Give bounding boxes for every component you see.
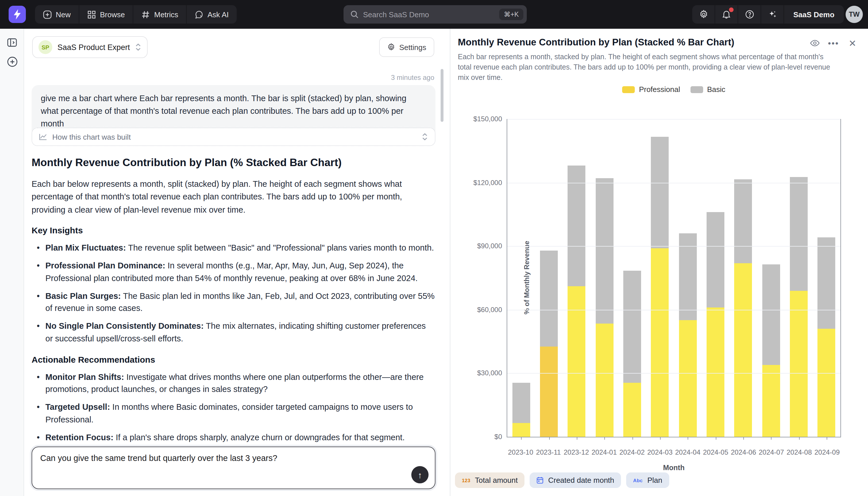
- app-logo[interactable]: [9, 6, 26, 23]
- chip-label: Created date month: [548, 476, 614, 484]
- global-search-input[interactable]: Search SaaS Demo ⌘+K: [343, 5, 527, 24]
- segment-professional[interactable]: [651, 248, 669, 437]
- more-options-button[interactable]: •••: [827, 37, 840, 49]
- bar-2024-09[interactable]: [813, 119, 840, 437]
- segment-professional[interactable]: [679, 320, 696, 437]
- chip-total-amount[interactable]: 123 Total amount: [455, 472, 525, 488]
- top-navbar: New Browse Metrics Ask AI Search SaaS De…: [0, 0, 868, 29]
- y-tick-label: $60,000: [456, 306, 502, 314]
- segment-basic[interactable]: [540, 250, 558, 346]
- ai-sparkles-button[interactable]: [761, 5, 784, 24]
- text-field-icon: Abc: [633, 477, 643, 483]
- number-field-icon: 123: [462, 477, 470, 483]
- x-tick-label: 2024-08: [785, 448, 813, 456]
- x-tick: [660, 437, 661, 440]
- segment-basic[interactable]: [818, 238, 836, 329]
- navbar-right-group: SaaS Demo: [692, 5, 843, 24]
- segment-professional[interactable]: [790, 291, 808, 437]
- lightning-bolt-icon: [13, 9, 22, 19]
- x-tick: [826, 437, 827, 440]
- message-input[interactable]: Can you give the same trend but quarterl…: [32, 447, 435, 489]
- segment-basic[interactable]: [568, 166, 586, 286]
- agent-selector[interactable]: SP SaaS Product Expert: [32, 36, 148, 58]
- x-tick-label: 2024-04: [674, 448, 702, 456]
- how-chart-built-toggle[interactable]: How this chart was built: [32, 128, 435, 146]
- x-tick: [799, 437, 799, 440]
- segment-basic[interactable]: [595, 178, 613, 323]
- chip-created-date-month[interactable]: Created date month: [530, 472, 621, 488]
- message-input-value: Can you give the same trend but quarterl…: [40, 453, 427, 463]
- bar-2024-06[interactable]: [729, 119, 757, 437]
- browse-button[interactable]: Browse: [79, 5, 133, 24]
- list-item: Targeted Upsell: In months where Basic d…: [32, 401, 435, 426]
- bar-2024-08[interactable]: [785, 119, 813, 437]
- metrics-button[interactable]: Metrics: [133, 5, 187, 24]
- legend-swatch: [691, 86, 703, 93]
- chart-description: Each bar represents a month, stacked by …: [458, 52, 831, 83]
- x-tick: [743, 437, 744, 440]
- notifications-button[interactable]: [715, 5, 738, 24]
- bar-2024-05[interactable]: [702, 119, 729, 437]
- segment-professional[interactable]: [595, 324, 613, 437]
- segment-professional[interactable]: [512, 423, 530, 437]
- segment-professional[interactable]: [735, 263, 752, 437]
- chat-sparkle-icon: [195, 10, 204, 19]
- help-button[interactable]: [738, 5, 761, 24]
- chip-label: Total amount: [475, 476, 518, 484]
- legend-item-professional[interactable]: Professional: [623, 85, 680, 94]
- insights-heading: Key Insights: [32, 226, 435, 235]
- segment-basic[interactable]: [735, 179, 752, 263]
- send-button[interactable]: ↑: [411, 466, 429, 483]
- chat-scrollbar[interactable]: [440, 69, 444, 122]
- workspace-name: SaaS Demo: [793, 10, 834, 19]
- segment-basic[interactable]: [623, 270, 641, 383]
- insights-list: Plan Mix Fluctuates: The revenue split b…: [32, 242, 435, 345]
- settings-gear-button[interactable]: [692, 5, 715, 24]
- x-tick-label: 2023-10: [507, 448, 534, 456]
- bar-2024-07[interactable]: [757, 119, 785, 437]
- list-item: Monitor Plan Shifts: Investigate what dr…: [32, 371, 435, 396]
- segment-basic[interactable]: [790, 177, 808, 291]
- bar-2023-10[interactable]: [507, 119, 535, 437]
- segment-basic[interactable]: [651, 137, 669, 248]
- workspace-button[interactable]: SaaS Demo: [784, 5, 843, 24]
- ask-ai-button[interactable]: Ask AI: [187, 5, 237, 24]
- segment-professional[interactable]: [623, 383, 641, 437]
- bar-2024-01[interactable]: [591, 119, 618, 437]
- agent-settings-button[interactable]: Settings: [379, 37, 434, 57]
- bar-2023-11[interactable]: [535, 119, 563, 437]
- segment-basic[interactable]: [707, 212, 724, 308]
- segment-professional[interactable]: [762, 365, 780, 437]
- segment-basic[interactable]: [762, 264, 780, 365]
- chart-legend: ProfessionalBasic: [507, 85, 841, 94]
- user-avatar[interactable]: TW: [846, 6, 863, 23]
- expand-sidebar-button[interactable]: [5, 36, 19, 49]
- segment-professional[interactable]: [540, 347, 558, 437]
- sparkles-icon: [768, 10, 777, 19]
- y-tick-label: $90,000: [456, 242, 502, 250]
- close-button[interactable]: ✕: [846, 37, 859, 49]
- segment-professional[interactable]: [568, 286, 586, 437]
- y-tick-label: $120,000: [456, 179, 502, 186]
- chart-panel: Monthly Revenue Contribution by Plan (St…: [450, 29, 868, 496]
- chip-plan[interactable]: Abc Plan: [626, 472, 669, 488]
- y-tick-label: $0: [456, 433, 502, 441]
- bar-2024-04[interactable]: [674, 119, 702, 437]
- preview-eye-button[interactable]: [808, 37, 821, 49]
- segment-professional[interactable]: [707, 308, 724, 437]
- list-item: Basic Plan Surges: The Basic plan led in…: [32, 290, 435, 315]
- new-thread-button[interactable]: [5, 55, 19, 68]
- x-tick: [521, 437, 521, 440]
- bar-2024-03[interactable]: [646, 119, 674, 437]
- x-tick: [549, 437, 549, 440]
- segment-basic[interactable]: [512, 383, 530, 423]
- legend-item-basic[interactable]: Basic: [691, 85, 725, 94]
- new-button[interactable]: New: [35, 5, 79, 24]
- bar-2024-02[interactable]: [618, 119, 646, 437]
- gridline: [507, 310, 840, 310]
- bar-2023-12[interactable]: [563, 119, 591, 437]
- left-rail: [0, 29, 24, 496]
- legend-label: Basic: [707, 85, 725, 94]
- segment-professional[interactable]: [818, 329, 836, 437]
- gridline: [507, 373, 840, 374]
